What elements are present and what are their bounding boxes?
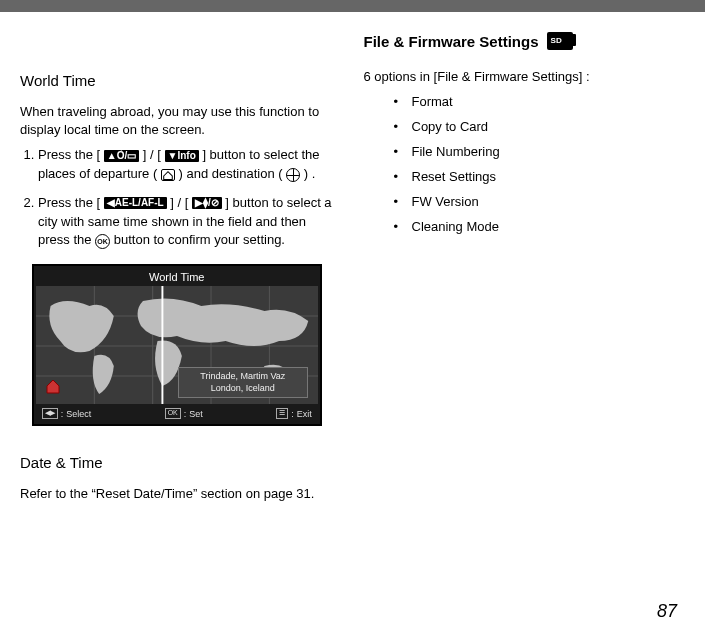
right-exp-flash-icon: ▶⧫/⊘ <box>192 197 222 209</box>
down-info-icon: ▼Info <box>165 150 199 162</box>
home-icon <box>161 169 175 181</box>
list-item: Copy to Card <box>394 119 678 134</box>
up-timer-icon: ▲Ò/▭ <box>104 150 139 162</box>
wt-screen-title: World Time <box>36 268 318 286</box>
list-item: Cleaning Mode <box>394 219 678 234</box>
left-ael-afl-icon: ◀AE-L/AF-L <box>104 197 167 209</box>
wt-footer-select: ◀▶:Select <box>42 408 92 418</box>
wt-world-map: Trindade, Martim Vaz London, Iceland <box>36 286 318 404</box>
globe-icon <box>286 168 300 182</box>
list-item: Reset Settings <box>394 169 678 184</box>
sd-card-icon <box>547 32 573 50</box>
step-1: Press the [ ▲Ò/▭ ] / [ ▼Info ] button to… <box>38 146 334 184</box>
list-item: Format <box>394 94 678 109</box>
ok-button-icon: OK <box>95 234 110 249</box>
list-item: File Numbering <box>394 144 678 159</box>
wt-city-box: Trindade, Martim Vaz London, Iceland <box>178 367 308 398</box>
top-bar <box>0 0 705 12</box>
world-time-screenshot: World Time <box>32 264 322 425</box>
date-time-paragraph: Refer to the “Reset Date/Time” section o… <box>20 485 334 503</box>
world-time-intro: When traveling abroad, you may use this … <box>20 103 334 138</box>
list-item: FW Version <box>394 194 678 209</box>
ff-intro: 6 options in [File & Firmware Settings] … <box>364 68 678 86</box>
wt-city-2: London, Iceland <box>187 383 299 395</box>
page-number: 87 <box>657 601 677 622</box>
wt-footer-exit: ☰:Exit <box>276 408 312 418</box>
heading-file-firmware: File & Firmware Settings <box>364 32 678 50</box>
wt-city-1: Trindade, Martim Vaz <box>187 371 299 383</box>
heading-date-time: Date & Time <box>20 454 334 471</box>
wt-home-marker <box>44 377 62 398</box>
step-2: Press the [ ◀AE-L/AF-L ] / [ ▶⧫/⊘ ] butt… <box>38 194 334 251</box>
heading-world-time: World Time <box>20 72 334 89</box>
wt-footer-set: OK:Set <box>165 408 203 418</box>
